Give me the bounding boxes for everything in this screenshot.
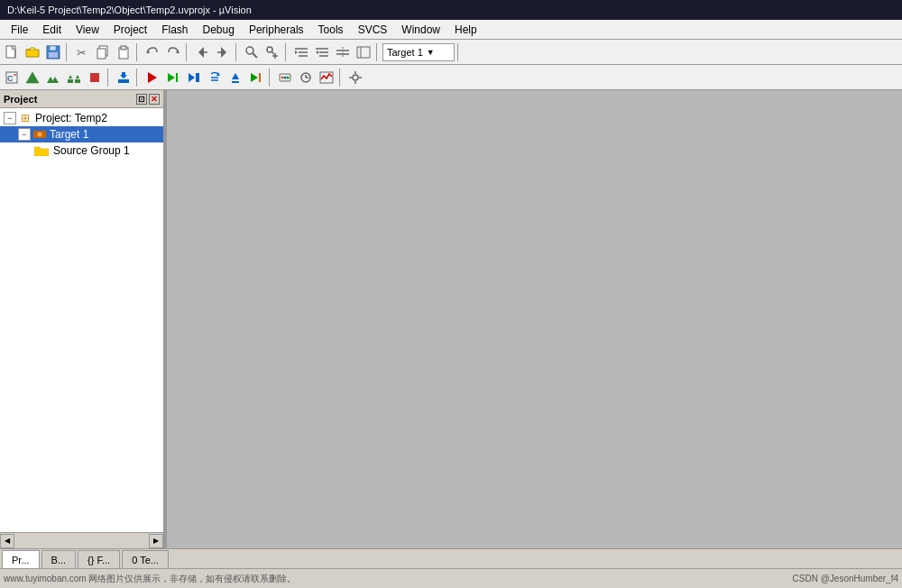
translate-btn[interactable]: C (2, 68, 22, 87)
sep9 (136, 69, 140, 87)
show-periph-btn[interactable] (275, 68, 295, 87)
svg-marker-52 (189, 73, 195, 82)
menu-debug[interactable]: Debug (196, 20, 242, 39)
svg-marker-29 (316, 51, 318, 54)
col-btn[interactable] (333, 42, 353, 62)
svg-rect-42 (75, 79, 80, 83)
tab-build[interactable]: B... (41, 550, 77, 568)
outdent-btn[interactable] (312, 42, 332, 62)
bottom-tabs: Pr... B... {} F... 0 Te... (0, 548, 902, 568)
find-replace-btn[interactable] (262, 42, 282, 62)
sep1 (66, 43, 69, 61)
menu-tools[interactable]: Tools (311, 20, 351, 39)
tree-source-group[interactable]: Source Group 1 (0, 142, 163, 159)
scroll-right-btn[interactable]: ▶ (149, 534, 163, 548)
content-area (167, 90, 902, 548)
title-bar: D:\Keil-5 Project\Temp2\Object\Temp2.uvp… (0, 0, 902, 20)
svg-rect-33 (357, 47, 370, 58)
svg-rect-41 (68, 79, 73, 83)
toolbar-secondary: C (0, 65, 902, 90)
menu-view[interactable]: View (69, 20, 106, 39)
new-file-btn[interactable] (2, 42, 22, 62)
svg-point-64 (284, 76, 287, 78)
menu-help[interactable]: Help (447, 20, 484, 39)
source-group-icon (32, 144, 51, 157)
panel-header-buttons: ⊡ ✕ (136, 94, 160, 105)
copy-btn[interactable] (93, 42, 113, 62)
menu-peripherals[interactable]: Peripherals (242, 20, 311, 39)
cut-btn[interactable]: ✂ (72, 42, 92, 62)
svg-marker-38 (26, 72, 39, 83)
stop-build-btn[interactable] (85, 68, 105, 87)
sep7 (457, 43, 461, 61)
tab-functions[interactable]: {} F... (78, 550, 120, 568)
svg-point-70 (353, 75, 358, 80)
run-to-cursor-btn[interactable] (246, 68, 266, 87)
settings-btn[interactable] (345, 68, 365, 87)
svg-marker-14 (221, 47, 226, 58)
toolbar-main: ✂ Target 1 ▼ (0, 40, 902, 65)
trace-btn[interactable] (317, 68, 336, 87)
svg-point-76 (38, 133, 42, 137)
sep4 (235, 43, 239, 61)
target-icon (32, 128, 47, 141)
open-file-btn[interactable] (23, 42, 42, 62)
menu-project[interactable]: Project (106, 20, 154, 39)
step-over-btn[interactable] (205, 68, 225, 87)
svg-rect-48 (122, 72, 125, 78)
menu-edit[interactable]: Edit (35, 20, 69, 39)
find-btn[interactable] (242, 42, 262, 62)
start-debug-btn[interactable] (143, 68, 162, 87)
target-label: Target 1 (387, 47, 423, 58)
indent-btn[interactable] (291, 42, 311, 62)
preview-btn[interactable] (354, 42, 373, 62)
sep10 (269, 69, 272, 87)
download-btn[interactable] (114, 68, 133, 87)
panel-dock-btn[interactable]: ⊡ (136, 94, 147, 105)
menu-file[interactable]: File (4, 20, 35, 39)
target-dropdown-arrow: ▼ (427, 48, 435, 57)
target-expand-icon[interactable]: − (18, 128, 31, 141)
svg-marker-12 (198, 47, 204, 58)
step-btn[interactable] (184, 68, 204, 87)
menu-svcs[interactable]: SVCS (351, 20, 395, 39)
nav-fwd-btn[interactable] (213, 42, 233, 62)
svg-marker-40 (51, 77, 59, 83)
status-left: www.tuyimoban.com 网络图片仅供展示，非存储，如有侵权请联系删除… (4, 573, 296, 585)
sep6 (376, 43, 380, 61)
run-btn[interactable] (163, 68, 183, 87)
redo-btn[interactable] (163, 42, 183, 62)
menu-flash[interactable]: Flash (154, 20, 195, 39)
batch-build-btn[interactable] (64, 68, 84, 87)
svg-point-16 (246, 47, 253, 54)
scroll-left-btn[interactable]: ◀ (0, 534, 14, 548)
svg-rect-9 (121, 46, 126, 50)
sep5 (285, 43, 289, 61)
build-btn[interactable] (23, 68, 42, 87)
project-tree: − ⊞ Project: Temp2 − Target 1 Source Gro… (0, 108, 163, 532)
svg-text:C: C (7, 74, 14, 83)
target-dropdown[interactable]: Target 1 ▼ (382, 43, 455, 61)
paste-btn[interactable] (114, 42, 133, 62)
status-bar: www.tuyimoban.com 网络图片仅供展示，非存储，如有侵权请联系删除… (0, 568, 902, 588)
tab-templates[interactable]: 0 Te... (122, 550, 169, 568)
nav-back-btn[interactable] (192, 42, 212, 62)
panel-close-btn[interactable]: ✕ (149, 94, 160, 105)
tree-project-root[interactable]: − ⊞ Project: Temp2 (0, 110, 163, 126)
svg-point-65 (287, 76, 290, 78)
save-file-btn[interactable] (43, 42, 63, 62)
svg-point-63 (281, 76, 284, 78)
svg-rect-3 (50, 46, 56, 51)
undo-btn[interactable] (143, 42, 162, 62)
tree-target[interactable]: − Target 1 (0, 126, 163, 142)
project-expand-icon[interactable]: − (4, 112, 16, 124)
rebuild-btn[interactable] (43, 68, 63, 87)
tab-project[interactable]: Pr... (2, 550, 40, 568)
project-panel-header: Project ⊡ ✕ (0, 90, 163, 108)
watch-btn[interactable] (296, 68, 316, 87)
step-out-btn[interactable] (226, 68, 245, 87)
menu-window[interactable]: Window (394, 20, 447, 39)
status-right: CSDN @JesonHumber_f4 (793, 574, 898, 583)
menu-bar: File Edit View Project Flash Debug Perip… (0, 20, 902, 40)
project-panel-title: Project (4, 94, 37, 105)
